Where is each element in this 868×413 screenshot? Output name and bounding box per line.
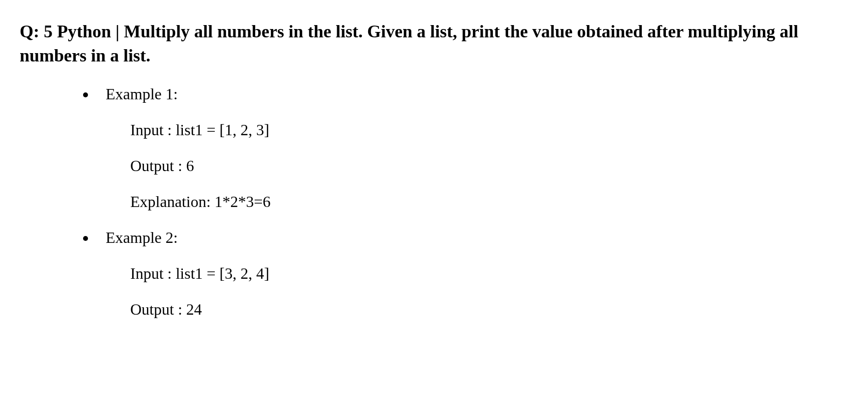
example-explanation: Explanation: 1*2*3=6 xyxy=(130,190,848,213)
example-input: Input : list1 = [3, 2, 4] xyxy=(130,262,848,285)
example-input: Input : list1 = [1, 2, 3] xyxy=(130,118,848,142)
example-output: Output : 6 xyxy=(130,154,848,177)
example-details: Input : list1 = [1, 2, 3] Output : 6 Exp… xyxy=(106,118,848,213)
example-item: Example 1: Input : list1 = [1, 2, 3] Out… xyxy=(96,82,848,213)
example-output: Output : 24 xyxy=(130,297,848,321)
example-label: Example 2: xyxy=(106,226,848,249)
examples-list: Example 1: Input : list1 = [1, 2, 3] Out… xyxy=(20,82,848,321)
question-heading: Q: 5 Python | Multiply all numbers in th… xyxy=(20,20,848,67)
example-item: Example 2: Input : list1 = [3, 2, 4] Out… xyxy=(96,226,848,321)
example-details: Input : list1 = [3, 2, 4] Output : 24 xyxy=(106,262,848,321)
example-label: Example 1: xyxy=(106,82,848,106)
